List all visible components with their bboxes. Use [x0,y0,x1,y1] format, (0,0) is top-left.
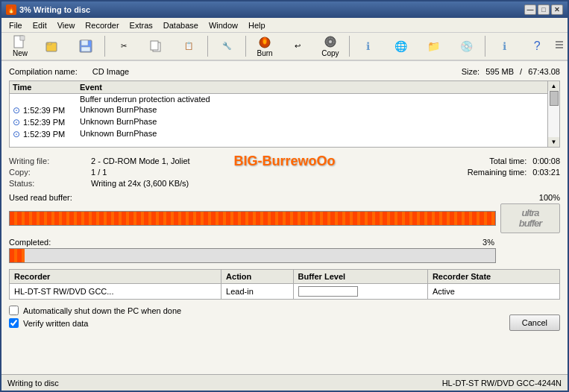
recorder-buffer-cell [293,284,427,300]
toolbar-adjust[interactable] [554,39,565,54]
new-icon [13,35,28,48]
recorder-table-row: HL-DT-ST RW/DVD GCC... Lead-in Active [10,284,560,300]
log-row: ⊙ 1:52:39 PM Unknown BurnPhase [10,116,559,128]
burn-button[interactable]: Burn [249,34,280,59]
menu-recorder[interactable]: Recorder [81,19,123,31]
separator-5 [485,36,485,57]
scroll-up-button[interactable]: ▲ [550,81,559,91]
log-disc-icon-1: ⊙ [13,105,20,116]
properties-button[interactable]: 🔧 [211,34,242,59]
copy-toolbar-button[interactable] [141,34,172,59]
recorder-table: Recorder Action Buffer Level Recorder St… [9,269,560,300]
recorder-header-recorder: Recorder [10,270,221,284]
open-button[interactable] [37,34,69,59]
ultra-buffer-logo: ultra buffer [500,203,560,233]
copy-value: 1 / 1 [91,168,107,177]
title-bar-left: 🔥 3% Writing to disc [6,4,90,15]
minimize-button[interactable]: — [524,4,536,15]
window-title: 3% Writing to disc [19,5,90,14]
copy-toolbar-icon [149,39,164,53]
title-bar-controls: — □ ✕ [524,4,563,15]
disc-button[interactable]: 💿 [450,34,482,59]
cancel-button[interactable]: Cancel [509,314,560,331]
log-scroll-area[interactable]: Buffer underrun protection activated ⊙ 1… [10,94,559,143]
about-icon: ℹ [497,39,512,53]
cut-button[interactable]: ✂ [108,34,139,59]
menu-extras[interactable]: Extras [125,19,157,31]
menu-edit[interactable]: Edit [28,19,51,31]
status-row: Status: Writing at 24x (3,600 KB/s) [9,179,560,188]
compilation-size-value: 595 MB [485,67,514,76]
scroll-track[interactable] [548,91,559,137]
completed-percent: 3% [482,238,494,247]
properties-icon: 🔧 [219,39,234,53]
copy-disc-icon [323,35,338,48]
menu-database[interactable]: Database [159,19,203,31]
log-row: ⊙ 1:52:39 PM Unknown BurnPhase [10,104,559,116]
svg-rect-6 [81,40,88,45]
app-icon: 🔥 [6,4,16,15]
options-row: Automatically shut down the PC when done… [9,306,560,331]
new-label: New [13,49,28,57]
toolbar: New ✂ 📋 [1,33,568,61]
scroll-down-button[interactable]: ▼ [550,137,559,147]
close-button[interactable]: ✕ [551,4,563,15]
compilation-size-label: Size: [462,67,480,76]
log-time-0 [13,95,80,104]
maximize-button[interactable]: □ [538,4,550,15]
recorder-name: HL-DT-ST RW/DVD GCC... [10,284,221,300]
log-disc-icon-2: ⊙ [13,117,20,127]
svg-rect-7 [81,47,90,51]
info-button[interactable]: ℹ [353,34,384,59]
completed-label-row: Completed: 3% [9,238,560,247]
disc-icon: 💿 [459,39,474,53]
recorder-table-header-row: Recorder Action Buffer Level Recorder St… [10,270,560,284]
recorder-header-action: Action [221,270,293,284]
separator-2 [207,36,208,57]
rewind-button[interactable]: ↩ [282,34,313,59]
log-event-header: Event [80,83,556,92]
save-button[interactable] [70,34,101,59]
log-header: Time Event [10,81,559,94]
recorder-action: Lead-in [221,284,293,300]
web-button[interactable]: 🌐 [386,34,417,59]
log-time-2: ⊙ 1:52:39 PM [13,117,80,127]
read-buffer-label-row: Used read buffer: 100% [9,193,560,202]
help-button[interactable]: ? [521,34,553,59]
scroll-thumb[interactable] [550,91,559,106]
verify-label[interactable]: Verify written data [23,319,88,328]
compilation-info-row: Compilation name: CD Image Size: 595 MB … [9,67,560,76]
file-label: Writing file: [9,157,91,165]
status-right: HL-DT-ST RW/DVD GCC-4244N [442,379,562,388]
log-scrollbar[interactable]: ▲ ▼ [547,81,559,147]
auto-shutdown-label[interactable]: Automatically shut down the PC when done [23,306,181,315]
about-button[interactable]: ℹ [488,34,520,59]
paste-icon: 📋 [181,39,196,53]
burn-icon [257,35,272,48]
paste-button[interactable]: 📋 [173,34,204,59]
auto-shutdown-row: Automatically shut down the PC when done [9,306,181,315]
verify-row: Verify written data [9,318,181,328]
checkboxes-section: Automatically shut down the PC when done… [9,306,181,331]
menu-help[interactable]: Help [244,19,270,31]
file-value: 2 - CD-ROM Mode 1, Joliet [91,157,190,165]
verify-checkbox[interactable] [9,318,19,328]
new-button[interactable]: New [4,34,36,59]
title-bar: 🔥 3% Writing to disc — □ ✕ [1,1,568,18]
content-area: Compilation name: CD Image Size: 595 MB … [1,61,568,391]
auto-shutdown-checkbox[interactable] [9,306,19,315]
compilation-duration: 67:43.08 [528,67,560,76]
menu-view[interactable]: View [53,19,80,31]
separator-3 [245,36,246,57]
copy-disc-button[interactable]: Copy [315,34,346,59]
web-icon: 🌐 [394,39,409,53]
read-buffer-bar [9,211,496,226]
menu-window[interactable]: Window [204,19,242,31]
log-container: Time Event Buffer underrun protection ac… [9,80,560,148]
burn-label: Burn [257,49,272,57]
folder-button[interactable]: 📁 [418,34,450,59]
menu-file[interactable]: File [4,19,27,31]
rewind-icon: ↩ [290,39,305,53]
recorder-section: Recorder Action Buffer Level Recorder St… [9,269,560,300]
main-window: 🔥 3% Writing to disc — □ ✕ File Edit Vie… [0,0,569,392]
